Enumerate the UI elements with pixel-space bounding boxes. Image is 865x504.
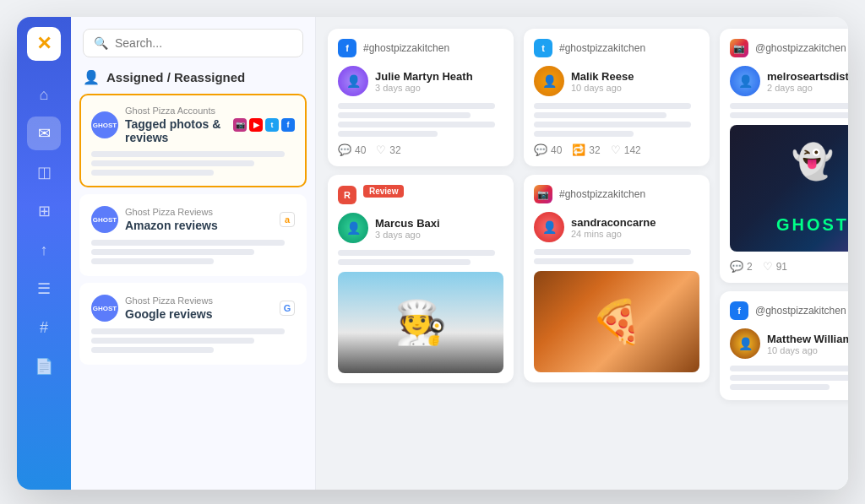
facebook-platform-icon: f bbox=[338, 39, 356, 57]
twitter-platform-icon: t bbox=[534, 39, 552, 57]
youtube-badge: ▶ bbox=[249, 118, 263, 132]
stream-avatar-1: GHOST bbox=[91, 111, 118, 138]
skeleton-line bbox=[91, 151, 285, 157]
like-stat: ♡ 32 bbox=[376, 144, 400, 156]
user-avatar-malik: 👤 bbox=[534, 66, 564, 96]
skeleton-line bbox=[730, 384, 830, 390]
stream-account-2: Ghost Pizza Reviews bbox=[125, 207, 218, 217]
user-avatar-marcus: 👤 bbox=[338, 213, 368, 243]
like-count: 91 bbox=[776, 261, 787, 273]
sidebar-item-grid[interactable]: ⊞ bbox=[27, 194, 61, 228]
feed-column-3: 📷 @ghostpizzakitchen 👤 melroseartsdistri… bbox=[720, 29, 848, 478]
card-actions-malik: 💬 40 🔁 32 ♡ 142 bbox=[534, 144, 699, 156]
sidebar-item-inbox[interactable]: ✉ bbox=[27, 117, 61, 150]
feed-card-sandra[interactable]: 📷 #ghostpizzakitchen 👤 sandraconcarne 24… bbox=[524, 175, 710, 382]
user-time-marcus: 3 days ago bbox=[375, 230, 440, 240]
stream-avatar-2: GHOST bbox=[91, 206, 118, 233]
user-time-matthew: 10 days ago bbox=[767, 345, 848, 355]
user-name-sandra: sandraconcarne bbox=[571, 216, 656, 229]
search-bar[interactable]: 🔍 bbox=[83, 29, 303, 57]
user-time-julie: 3 days ago bbox=[375, 83, 473, 93]
like-stat: ♡ 91 bbox=[763, 260, 787, 273]
user-time-sandra: 24 mins ago bbox=[571, 229, 656, 239]
skeleton-line bbox=[338, 103, 495, 109]
skeleton-line bbox=[338, 131, 438, 137]
amazon-badge: a bbox=[280, 212, 295, 227]
facebook-platform-icon-2: f bbox=[730, 301, 748, 320]
stream-card-1[interactable]: GHOST Ghost Pizza Accounts Tagged photos… bbox=[79, 94, 307, 187]
comment-count: 40 bbox=[551, 144, 562, 156]
comment-icon: 💬 bbox=[338, 144, 351, 156]
user-time-malik: 10 days ago bbox=[571, 83, 634, 93]
user-name-malik: Malik Reese bbox=[571, 70, 634, 83]
skeleton-lines-3 bbox=[91, 328, 295, 353]
panel-title-text: Assigned / Reassigned bbox=[106, 70, 245, 84]
stream-list: GHOST Ghost Pizza Accounts Tagged photos… bbox=[71, 94, 315, 490]
skeleton-line bbox=[730, 103, 848, 109]
google-badge: G bbox=[280, 301, 295, 316]
card-actions-melrose: 💬 2 ♡ 91 bbox=[730, 260, 848, 273]
card-content-lines-malik bbox=[534, 103, 699, 137]
user-time-melrose: 2 days ago bbox=[767, 83, 848, 93]
review-platform-icon: R bbox=[338, 186, 356, 204]
sidebar-item-upload[interactable]: ↑ bbox=[27, 233, 61, 267]
user-avatar-matthew: 👤 bbox=[730, 328, 760, 359]
skeleton-line bbox=[91, 249, 254, 255]
skeleton-line bbox=[534, 122, 691, 127]
retweet-icon: 🔁 bbox=[572, 144, 585, 156]
feed-column-1: f #ghostpizzakitchen 👤 Julie Martyn Heat… bbox=[328, 29, 514, 478]
user-avatar-sandra: 👤 bbox=[534, 212, 564, 242]
platform-handle-matthew: @ghostpizzakitchen bbox=[755, 305, 846, 317]
instagram-badge: 📷 bbox=[233, 118, 247, 132]
left-panel: 🔍 👤 Assigned / Reassigned GHOST Ghost Pi… bbox=[71, 17, 316, 490]
skeleton-line bbox=[338, 122, 495, 127]
stream-card-3[interactable]: GHOST Ghost Pizza Reviews Google reviews… bbox=[79, 283, 307, 365]
feed-card-malik[interactable]: t #ghostpizzakitchen 👤 Malik Reese 10 da… bbox=[524, 29, 710, 166]
user-avatar-julie: 👤 bbox=[338, 66, 368, 96]
feed-card-marcus[interactable]: R Review 👤 Marcus Baxi 3 days ago bbox=[328, 175, 514, 383]
sidebar: ✕ ⌂ ✉ ◫ ⊞ ↑ ☰ # 📄 bbox=[17, 17, 71, 490]
skeleton-line bbox=[91, 347, 214, 353]
feed-card-melrose[interactable]: 📷 @ghostpizzakitchen 👤 melroseartsdistri… bbox=[720, 29, 848, 283]
facebook-badge: f bbox=[281, 118, 295, 132]
sidebar-nav: ⌂ ✉ ◫ ⊞ ↑ ☰ # 📄 bbox=[27, 78, 61, 480]
feed-card-julie[interactable]: f #ghostpizzakitchen 👤 Julie Martyn Heat… bbox=[328, 29, 514, 166]
twitter-badge: t bbox=[265, 118, 279, 132]
card-actions-julie: 💬 40 ♡ 32 bbox=[338, 144, 503, 156]
sidebar-item-home[interactable]: ⌂ bbox=[27, 78, 61, 111]
skeleton-line bbox=[730, 112, 848, 118]
stream-social-icons-3: G bbox=[280, 301, 295, 316]
retweet-stat: 🔁 32 bbox=[572, 144, 600, 156]
comment-stat: 💬 2 bbox=[730, 260, 753, 273]
card-content-lines-matthew bbox=[730, 366, 848, 390]
comment-count: 2 bbox=[747, 261, 753, 273]
skeleton-line bbox=[338, 250, 495, 256]
user-name-matthew: Matthew William Dean bbox=[767, 333, 848, 345]
sidebar-item-document[interactable]: ☰ bbox=[27, 272, 61, 306]
comment-icon: 💬 bbox=[534, 144, 547, 156]
like-icon: ♡ bbox=[763, 260, 773, 273]
feed-card-matthew[interactable]: f @ghostpizzakitchen 👤 Matthew William D… bbox=[720, 291, 848, 400]
stream-name-1: Tagged photos & reviews bbox=[125, 117, 233, 144]
sidebar-item-file[interactable]: 📄 bbox=[27, 350, 61, 383]
search-input[interactable] bbox=[115, 36, 292, 50]
user-name-melrose: melroseartsdistrict bbox=[767, 70, 848, 83]
pizza-image bbox=[534, 271, 699, 372]
review-badge: Review bbox=[363, 185, 404, 198]
skeleton-line bbox=[91, 328, 285, 334]
man-pizza-image bbox=[338, 272, 503, 373]
stream-social-icons-2: a bbox=[280, 212, 295, 227]
search-icon: 🔍 bbox=[94, 36, 108, 50]
skeleton-line bbox=[534, 131, 634, 137]
sidebar-item-hashtag[interactable]: # bbox=[27, 311, 61, 344]
sidebar-item-layers[interactable]: ◫ bbox=[27, 155, 61, 189]
platform-handle-2: #ghostpizzakitchen bbox=[559, 42, 645, 54]
app-logo[interactable]: ✕ bbox=[27, 27, 61, 61]
skeleton-line bbox=[91, 170, 214, 176]
comment-stat: 💬 40 bbox=[534, 144, 562, 156]
stream-card-2[interactable]: GHOST Ghost Pizza Reviews Amazon reviews… bbox=[79, 194, 307, 276]
skeleton-line bbox=[534, 112, 666, 118]
assigned-icon: 👤 bbox=[83, 69, 100, 85]
panel-title: 👤 Assigned / Reassigned bbox=[71, 57, 315, 94]
skeleton-line bbox=[91, 240, 285, 246]
